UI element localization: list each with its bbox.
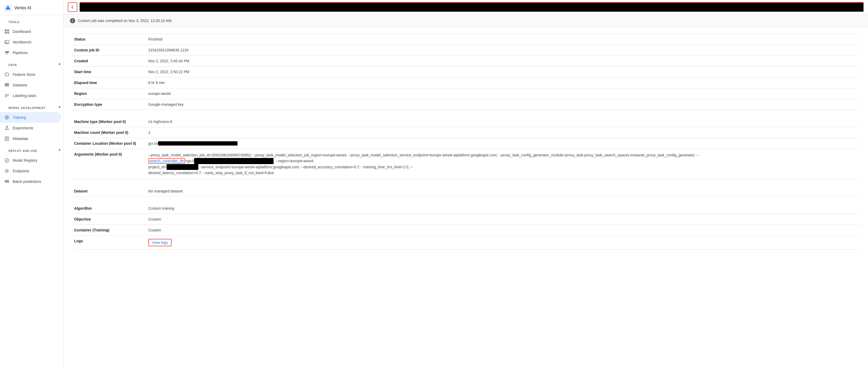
container-loc-redacted — [158, 141, 238, 145]
labeling-tasks-label: Labeling tasks — [13, 93, 36, 98]
sidebar-item-datasets[interactable]: Datasets — [0, 80, 61, 90]
content-area: i Custom job was completed on Nov 3, 202… — [64, 14, 868, 369]
svg-rect-14 — [5, 180, 9, 181]
dataset-label: Dataset — [72, 186, 146, 197]
sidebar-item-experiments[interactable]: Experiments — [0, 123, 61, 133]
sidebar-item-training[interactable]: Training — [0, 112, 61, 123]
dashboard-icon — [4, 29, 9, 34]
data-section-label: DATA — [4, 59, 21, 68]
info-banner-message: Custom job was completed on Nov 3, 2022,… — [78, 19, 173, 23]
arguments-label: Arguments (Worker pool 0) — [72, 149, 146, 179]
info-banner: i Custom job was completed on Nov 3, 202… — [64, 14, 868, 27]
dashboard-label: Dashboard — [13, 29, 31, 34]
training-label: Training — [13, 115, 26, 119]
container-loc-label: Container Location (Worker pool 0) — [72, 138, 146, 149]
pipelines-icon — [4, 50, 9, 55]
created-value: Nov 2, 2022, 3:45:44 PM — [146, 56, 860, 66]
svg-rect-15 — [5, 181, 9, 182]
job-id-label: Custom job ID — [72, 45, 146, 56]
pipelines-label: Pipelines — [13, 51, 28, 55]
labeling-tasks-icon — [4, 93, 9, 98]
svg-rect-5 — [5, 40, 9, 44]
svg-rect-3 — [5, 32, 7, 34]
section-divider-3 — [72, 197, 860, 203]
machine-count-label: Machine count (Worker pool 0) — [72, 127, 146, 138]
page-title-input[interactable] — [80, 2, 864, 12]
section-divider-1 — [72, 110, 860, 116]
status-value: Finished — [146, 34, 860, 45]
svg-rect-6 — [5, 84, 9, 85]
vertex-ai-logo-icon — [4, 4, 12, 12]
deploy-section-label: DEPLOY AND USE — [4, 145, 41, 154]
encryption-value: Google-managed key — [146, 99, 860, 110]
datasets-label: Datasets — [13, 83, 27, 87]
args-text-2: =gs:// — [185, 159, 194, 163]
container-loc-value: gcr.io/ — [146, 138, 860, 149]
view-logs-link[interactable]: View logs — [148, 239, 172, 246]
args-highlighted-param: search_controller_dir — [148, 158, 185, 164]
args-text-3: ; --region=europe-west4; — [274, 159, 314, 163]
svg-rect-7 — [5, 85, 9, 86]
logs-label: Logs — [72, 236, 146, 250]
details-grid: Status Finished Custom job ID 3154159110… — [72, 34, 860, 250]
svg-point-13 — [5, 169, 9, 173]
info-icon: i — [70, 18, 75, 23]
model-dev-chevron[interactable]: ▲ — [58, 105, 61, 108]
sidebar-item-workbench[interactable]: Workbench — [0, 37, 61, 48]
objective-value: Custom — [146, 214, 860, 225]
elapsed-label: Elapsed time — [72, 77, 146, 88]
container-loc-prefix: gcr.io/ — [148, 141, 158, 145]
endpoints-icon — [4, 168, 9, 174]
batch-predictions-icon — [4, 179, 9, 184]
sidebar-item-metadata[interactable]: Metadata — [0, 133, 61, 144]
deploy-section-header: DEPLOY AND USE ▲ — [0, 144, 63, 155]
container-training-value: Custom — [146, 225, 860, 236]
svg-point-12 — [6, 170, 8, 172]
model-dev-section-label: MODEL DEVELOPMENT — [4, 102, 50, 111]
tools-section-label: TOOLS — [4, 16, 24, 25]
deploy-chevron[interactable]: ▲ — [58, 148, 61, 151]
svg-rect-1 — [5, 29, 7, 31]
machine-count-value: 1 — [146, 127, 860, 138]
start-time-label: Start time — [72, 66, 146, 77]
model-registry-icon — [4, 158, 9, 163]
args-redacted-1 — [194, 158, 274, 164]
args-text-5: desired_latency_correlation=0.7; --early… — [148, 171, 274, 175]
sidebar-item-model-registry[interactable]: Model Registry — [0, 155, 61, 166]
metadata-label: Metadata — [13, 137, 28, 141]
arguments-value: --proxy_task_model_selection_job_id=2563… — [146, 149, 860, 179]
model-registry-label: Model Registry — [13, 158, 37, 163]
sidebar-item-batch-predictions[interactable]: Batch predictions — [0, 176, 61, 187]
container-training-label: Container (Training) — [72, 225, 146, 236]
region-value: europe-west4 — [146, 88, 860, 99]
sidebar-item-feature-store[interactable]: Feature Store — [0, 69, 61, 80]
encryption-label: Encryption type — [72, 99, 146, 110]
machine-type-value: n1-highmem-8 — [146, 116, 860, 127]
workbench-icon — [4, 39, 9, 45]
back-button[interactable] — [68, 2, 77, 12]
svg-rect-4 — [7, 32, 9, 34]
sidebar-item-labeling-tasks[interactable]: Labeling tasks — [0, 90, 61, 101]
algorithm-value: Custom training — [146, 203, 860, 214]
status-label: Status — [72, 34, 146, 45]
sidebar-item-endpoints[interactable]: Endpoints — [0, 166, 61, 176]
algorithm-label: Algorithm — [72, 203, 146, 214]
batch-predictions-label: Batch predictions — [13, 179, 41, 184]
args-project-prefix: project_id= — [148, 165, 166, 169]
data-section-header: DATA ▲ — [0, 58, 63, 69]
section-divider-2 — [72, 179, 860, 186]
svg-rect-2 — [7, 29, 9, 31]
feature-store-label: Feature Store — [13, 73, 35, 77]
model-dev-section-header: MODEL DEVELOPMENT ▲ — [0, 101, 63, 112]
sidebar-item-pipelines[interactable]: Pipelines — [0, 48, 61, 58]
main-content: i Custom job was completed on Nov 3, 202… — [64, 0, 868, 369]
workbench-label: Workbench — [13, 40, 32, 44]
created-label: Created — [72, 56, 146, 66]
tools-section-header: TOOLS — [0, 15, 63, 26]
topbar — [64, 0, 868, 14]
sidebar-item-dashboard[interactable]: Dashboard — [0, 26, 61, 37]
dataset-value: No managed dataset — [146, 186, 860, 197]
logs-value: View logs — [146, 236, 860, 250]
data-section-chevron[interactable]: ▲ — [58, 62, 61, 65]
args-text-4: --service_endpoint=europe-west4-aiplatfo… — [198, 165, 413, 169]
